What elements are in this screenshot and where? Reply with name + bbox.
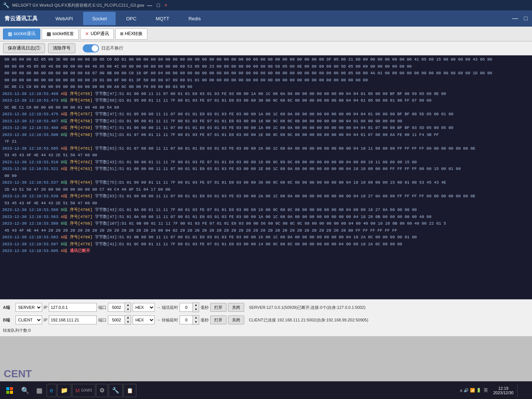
log-line: 2023-12-30 12:18:53.473 B端 序号[4756] 字节数[… [1,97,531,104]
taskbar: 🔍 ▦ e 📁 M GXW3 ⚙ 🔧 📋 ∧ 🔊 📶 🔋 英 12:19 202… [0,381,532,399]
taskbar-ie-icon[interactable]: e [47,384,57,397]
conn-b-port-spinner: ▲ ▼ [108,315,131,325]
subtab-udp[interactable]: ✕ UDP通讯 [80,28,113,40]
clear-seq-btn[interactable]: 清除序号 [48,43,75,53]
nav-tab-mqtt[interactable]: MQTT [147,12,178,25]
subtab-udp-label: UDP通讯 [91,31,109,37]
clock-time: 12:19 [498,386,509,391]
subtab-socket-relay-label: socket转发 [52,31,74,37]
subtab-hex-label: HEX转换 [125,31,143,37]
conn-a-row: A端 SERVER CLIENT IP 端口 ▲ ▼ HEX ASCII → 端… [3,302,529,313]
nav-maximize-icon[interactable]: □ [524,15,528,22]
conn-b-timeout-label: 转输延时 [162,317,178,323]
conn-b-ip[interactable] [49,316,97,324]
nav-minimize-icon[interactable]: — [512,15,518,22]
conn-b-timeout-unit: 毫秒 [201,317,209,323]
log-line: 2023-12-30 12:18:53.487 B端 序号[4758] 字节数[… [1,118,531,125]
taskbar-task-icon[interactable]: ▦ [33,384,46,397]
conn-a-timeout-up[interactable]: ▲ [193,303,199,307]
conn-a-timeout[interactable] [180,303,192,312]
conn-b-mode[interactable]: CLIENT SERVER [16,316,42,324]
conn-b-open-btn[interactable]: 打开 [210,316,226,324]
nav-tab-opc[interactable]: OPC [117,12,145,25]
svg-rect-2 [6,391,9,394]
nav-tab-socket[interactable]: Socket [83,12,116,25]
conn-b-row: B端 CLIENT SERVER IP 端口 ▲ ▼ HEX ASCII → 转… [3,314,529,325]
taskbar-tool-icon[interactable]: 🔧 [109,384,123,397]
log-wrap-toggle[interactable] [83,44,99,52]
taskbar-search-icon[interactable]: 🔍 [18,384,32,397]
nav-bar: 青云通讯工具 WebAPI Socket OPC MQTT Redis — □ [0,10,532,27]
log-line: 00 00 [1,173,531,180]
subtab-hex-icon: ⊞ [120,31,123,36]
subtab-socket-comm[interactable]: ▦ socket通讯 [3,28,40,40]
conn-a-format[interactable]: HEX ASCII [133,303,155,312]
subtab-socket-comm-icon: ▦ [8,31,12,37]
save-log-btn[interactable]: 保存通讯日志(① [3,43,45,53]
log-line: 00 00 00 00 00 00 00 00 00 8E 08 00 28 0… [1,77,531,84]
log-line: 2023-12-30 12:18:53.597 B端 序号[4770] 字节数[… [1,241,531,248]
log-area[interactable]: 00 00 00 00 62 05 00 3E 00 00 00 00 3D 0… [0,55,532,299]
maximize-btn[interactable]: □ [157,2,160,8]
title-bar-text: MELSOFT GX Works3 Q/L/FX系列搭容模式 E:\21_PLC… [12,3,144,8]
conn-a-timeout-spinner: ▲ ▼ [180,303,199,312]
subtab-socket-relay-icon: ▦ [47,31,51,37]
log-line: 2023-12-30 12:18:53.563 A端 序号[4767] 字节数[… [1,214,531,221]
log-line: 53 45 43 4F 4E 44 43 2E 51 50 47 00 00 [1,152,531,159]
taskbar-clock[interactable]: 12:19 2023/12/30 [490,386,516,395]
log-line: 2023-12-30 12:18:53.519 B端 序号[4762] 字节数[… [1,159,531,166]
conn-a-close-btn[interactable]: 关闭 [228,303,244,312]
cent-watermark: CENT [4,368,32,380]
conn-a-port-spinner: ▲ ▼ [108,303,131,312]
start-button[interactable] [1,383,18,398]
nav-tab-redis[interactable]: Redis [180,12,209,25]
conn-a-port-up[interactable]: ▲ [125,303,131,307]
conn-b-label: B端 [3,317,14,323]
conn-b-status: CLIENT:已连接 192.168.111.21:5002(自身:192.16… [249,317,368,323]
taskbar-settings-icon[interactable]: ⚙ [96,384,108,397]
log-line: 45 43 4F 4E 44 44 20 20 20 20 20 20 20 2… [1,227,531,234]
conn-a-ip[interactable] [49,303,97,312]
subtab-hex[interactable]: ⊞ HEX转换 [115,28,148,40]
conn-a-port[interactable] [108,303,125,312]
sub-tabs: ▦ socket通讯 ▦ socket转发 ✕ UDP通讯 ⊞ HEX转换 [0,27,532,41]
log-line: 2023-12-30 12:18:53.560 B端 序号[4766] 字节数[… [1,207,531,214]
conn-b-timeout-spinner: ▲ ▼ [180,315,199,325]
log-line: DC 0E C1 C0 99 09 00 05 00 00 00 00 00 0… [1,83,531,91]
conn-b-ip-label: IP [44,318,47,322]
conn-b-port[interactable] [108,316,125,324]
nav-tab-webapi[interactable]: WebAPI [47,12,82,25]
taskbar-explorer-icon[interactable]: 📁 [57,384,71,397]
conn-b-format[interactable]: HEX ASCII [133,316,155,324]
conn-a-mode[interactable]: SERVER CLIENT [16,303,42,312]
nav-tab-webapi-label: WebAPI [55,16,73,21]
taskbar-tray: ∧ 🔊 📶 🔋 英 [460,387,490,393]
conn-a-port-label: 端口 [98,305,106,310]
tray-arrow[interactable]: ∧ [460,388,463,393]
subtab-udp-icon: ✕ [85,31,89,37]
conn-a-open-btn[interactable]: 打开 [210,303,226,312]
conn-a-timeout-down[interactable]: ▼ [193,307,199,312]
lang-indicator[interactable]: 英 [482,387,490,393]
subtab-socket-relay[interactable]: ▦ socket转发 [42,28,79,40]
bottom-area: A端 SERVER CLIENT IP 端口 ▲ ▼ HEX ASCII → 端… [0,299,532,336]
conn-a-port-down[interactable]: ▼ [125,307,131,312]
conn-b-timeout-down[interactable]: ▼ [193,320,199,324]
log-line: 53 45 43 4F 4E 44 43 2E 51 50 47 00 00 [1,200,531,207]
conn-b-timeout-up[interactable]: ▲ [193,316,199,320]
conn-b-timeout[interactable] [180,316,192,324]
taskbar-melsoft-icon[interactable]: M GXW3 [72,384,95,397]
log-line: 00 00 00 00 62 05 00 3E 00 00 00 00 3D 0… [1,56,531,63]
conn-b-port-up[interactable]: ▲ [125,316,131,320]
conn-b-port-down[interactable]: ▼ [125,320,131,324]
nav-tab-socket-label: Socket [92,16,107,21]
close-btn[interactable]: × [164,2,167,8]
taskbar-comm-app[interactable]: 📋 [123,384,136,397]
show-desktop-icon[interactable] [517,384,531,397]
minimize-btn[interactable]: — [147,2,152,8]
title-bar: 🔧 MELSOFT GX Works3 Q/L/FX系列搭容模式 E:\21_P… [0,0,532,10]
toolbar: 保存通讯日志(① 清除序号 日志不换行 [0,41,532,55]
log-wrap-label: 日志不换行 [101,45,123,51]
log-line: 2023-12-30 12:18:53.539 A端 序号[4765] 字节数[… [1,193,531,200]
conn-b-close-btn[interactable]: 关闭 [228,316,244,324]
